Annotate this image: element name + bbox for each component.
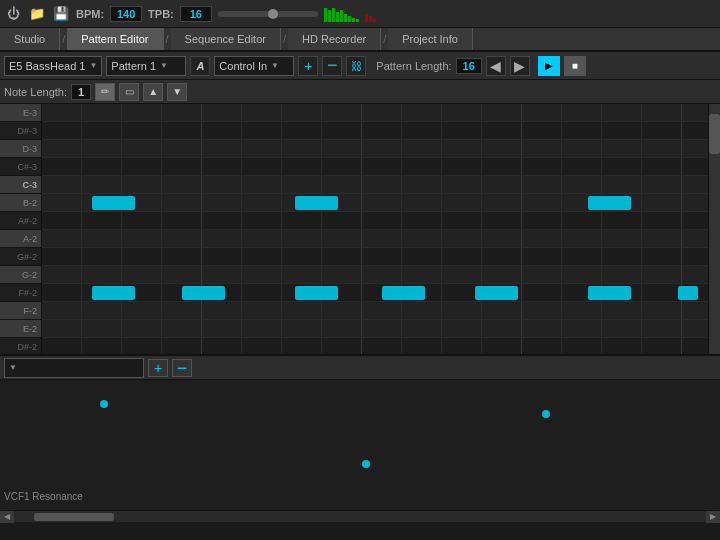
scroll-right-arrow[interactable]: ▶ <box>706 511 720 523</box>
automation-dropdown[interactable]: ▼ <box>4 358 144 378</box>
piano-roll: E-3D#-3D-3C#-3C-3B-2A#-2A-2G#-2G-2F#-2F-… <box>0 104 720 354</box>
grid-cell-11-0 <box>42 302 82 319</box>
grid-row-8[interactable] <box>42 248 708 266</box>
auto-dot-0[interactable] <box>100 400 108 408</box>
grid-cell-3-15 <box>642 158 682 175</box>
add-note-button[interactable]: + <box>298 56 318 76</box>
up-tool[interactable]: ▲ <box>143 83 163 101</box>
note-mode-icon[interactable]: A <box>190 56 210 76</box>
instrument-dropdown[interactable]: E5 BassHead 1 ▼ <box>4 56 102 76</box>
grid-area[interactable] <box>42 104 708 354</box>
control-label: Control In <box>219 60 267 72</box>
h-scroll-thumb[interactable] <box>34 513 114 521</box>
grid-row-1[interactable] <box>42 122 708 140</box>
grid-row-12[interactable] <box>42 320 708 338</box>
grid-cell-6-0 <box>42 212 82 229</box>
grid-cell-5-5 <box>242 194 282 211</box>
scrollbar-thumb[interactable] <box>709 114 720 154</box>
grid-row-11[interactable] <box>42 302 708 320</box>
tpb-label: TPB: <box>148 8 174 20</box>
grid-cell-3-5 <box>242 158 282 175</box>
automation-add-button[interactable]: + <box>148 359 168 377</box>
grid-cell-6-14 <box>602 212 642 229</box>
pattern-length-up[interactable]: ▶ <box>510 56 530 76</box>
remove-note-button[interactable]: − <box>322 56 342 76</box>
piano-key-F-2[interactable]: F-2 <box>0 302 41 320</box>
automation-header: ▼ + − <box>0 354 720 380</box>
grid-cell-3-13 <box>562 158 602 175</box>
folder-icon[interactable]: 📁 <box>28 5 46 23</box>
tab-hd-recorder[interactable]: HD Recorder <box>288 28 381 50</box>
piano-key-B-2[interactable]: B-2 <box>0 194 41 212</box>
automation-area[interactable]: VCF1 Resonance <box>0 380 720 510</box>
grid-row-9[interactable] <box>42 266 708 284</box>
link-icon[interactable]: ⛓ <box>346 56 366 76</box>
play-button[interactable]: ▶ <box>538 56 560 76</box>
grid-cell-0-7 <box>322 104 362 121</box>
pattern-length-value[interactable]: 16 <box>456 58 482 74</box>
top-toolbar: ⏻ 📁 💾 BPM: 140 TPB: 16 <box>0 0 720 28</box>
grid-cell-8-12 <box>522 248 562 265</box>
piano-key-G-2[interactable]: G-2 <box>0 266 41 284</box>
grid-cell-12-12 <box>522 320 562 337</box>
select-tool[interactable]: ▭ <box>119 83 139 101</box>
auto-dot-1[interactable] <box>362 460 370 468</box>
pattern-dropdown[interactable]: Pattern 1 ▼ <box>106 56 186 76</box>
grid-cell-2-9 <box>402 140 442 157</box>
grid-row-7[interactable] <box>42 230 708 248</box>
tab-pattern-editor[interactable]: Pattern Editor <box>67 28 163 50</box>
grid-row-10[interactable] <box>42 284 708 302</box>
grid-cell-2-5 <box>242 140 282 157</box>
grid-cell-1-14 <box>602 122 642 139</box>
grid-cell-9-14 <box>602 266 642 283</box>
piano-key-A-2[interactable]: A-2 <box>0 230 41 248</box>
grid-cell-5-15 <box>642 194 682 211</box>
piano-key-Ds-3[interactable]: D#-3 <box>0 122 41 140</box>
piano-key-As-2[interactable]: A#-2 <box>0 212 41 230</box>
grid-row-6[interactable] <box>42 212 708 230</box>
stop-button[interactable]: ■ <box>564 56 586 76</box>
tab-sequence-editor[interactable]: Sequence Editor <box>171 28 281 50</box>
master-volume-slider[interactable] <box>218 11 318 17</box>
piano-key-D-3[interactable]: D-3 <box>0 140 41 158</box>
auto-dot-2[interactable] <box>542 410 550 418</box>
vertical-scrollbar[interactable] <box>708 104 720 354</box>
grid-cell-7-0 <box>42 230 82 247</box>
pattern-length-down[interactable]: ◀ <box>486 56 506 76</box>
piano-key-C-3[interactable]: C-3 <box>0 176 41 194</box>
down-tool[interactable]: ▼ <box>167 83 187 101</box>
piano-key-E-2[interactable]: E-2 <box>0 320 41 338</box>
tab-project-info[interactable]: Project Info <box>388 28 473 50</box>
automation-remove-button[interactable]: − <box>172 359 192 377</box>
grid-row-5[interactable] <box>42 194 708 212</box>
power-icon[interactable]: ⏻ <box>4 5 22 23</box>
piano-key-E-3[interactable]: E-3 <box>0 104 41 122</box>
grid-row-0[interactable] <box>42 104 708 122</box>
grid-row-3[interactable] <box>42 158 708 176</box>
grid-row-2[interactable] <box>42 140 708 158</box>
grid-cell-4-15 <box>642 176 682 193</box>
piano-key-Gs-2[interactable]: G#-2 <box>0 248 41 266</box>
note-length-value[interactable]: 1 <box>71 84 91 100</box>
scroll-left-arrow[interactable]: ◀ <box>0 511 14 523</box>
piano-key-Ds-2[interactable]: D#-2 <box>0 338 41 354</box>
pencil-tool[interactable]: ✏ <box>95 83 115 101</box>
save-icon[interactable]: 💾 <box>52 5 70 23</box>
grid-cell-9-8 <box>362 266 402 283</box>
pattern-length-label: Pattern Length: <box>376 60 451 72</box>
control-dropdown[interactable]: Control In ▼ <box>214 56 294 76</box>
grid-row-13[interactable] <box>42 338 708 354</box>
tpb-value[interactable]: 16 <box>180 6 212 22</box>
grid-row-4[interactable] <box>42 176 708 194</box>
piano-key-Cs-3[interactable]: C#-3 <box>0 158 41 176</box>
horizontal-scrollbar[interactable]: ◀ ▶ <box>0 510 720 522</box>
grid-cell-13-3 <box>162 338 202 354</box>
grid-cell-12-8 <box>362 320 402 337</box>
grid-cell-9-1 <box>82 266 122 283</box>
tab-studio[interactable]: Studio <box>0 28 60 50</box>
grid-cell-11-7 <box>322 302 362 319</box>
grid-cell-8-0 <box>42 248 82 265</box>
piano-key-Fs-2[interactable]: F#-2 <box>0 284 41 302</box>
bpm-value[interactable]: 140 <box>110 6 142 22</box>
grid-cell-2-8 <box>362 140 402 157</box>
